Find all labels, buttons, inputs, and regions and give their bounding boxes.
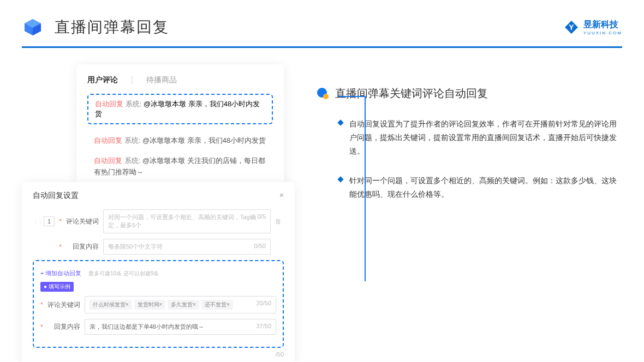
diamond-bullet-icon <box>337 119 343 125</box>
settings-card: 自动回复设置 × ⋮⋮ 1 * 评论关键词 对同一个问题，可设置多个相近、高频的… <box>22 182 295 362</box>
chat-bubble-icon <box>317 87 330 100</box>
required-star: * <box>59 243 62 251</box>
comment-item: 自动回复 系统: @冰墩墩本墩 亲亲，我们48小时内发货 <box>87 131 273 151</box>
add-reply-link[interactable]: + 增加自动回复 <box>40 270 81 276</box>
comments-card: 用户评论 | 待播商品 自动回复 系统: @冰墩墩本墩 亲亲，我们48小时内发货… <box>76 64 284 193</box>
keyword-chip: 什么时候发货× <box>90 300 132 310</box>
required-star: * <box>59 218 62 225</box>
content-input[interactable]: 每条限50个中文字符 0/50 <box>103 239 271 255</box>
tab-separator: | <box>131 75 133 85</box>
counter: 20/50 <box>256 300 271 310</box>
comment-text: @冰墩墩本墩 亲亲，我们48小时内发货 <box>142 136 266 144</box>
example-badge: ● 填写示例 <box>40 282 74 292</box>
svg-point-2 <box>323 94 329 99</box>
counter: 37/50 <box>256 323 271 331</box>
cube-icon <box>22 16 44 38</box>
svg-text:Y: Y <box>569 23 574 32</box>
logo-text: 昱新科技 <box>583 20 618 29</box>
system-label: 系统: <box>124 136 141 144</box>
highlighted-comment: 自动回复 系统: @冰墩墩本墩 亲亲，我们48小时内发货 <box>87 94 273 124</box>
ex-content-label: 回复内容 <box>47 322 80 331</box>
ex-keyword-label: 评论关键词 <box>47 300 80 310</box>
brand-logo: Y 昱新科技 YUUXIN.COM <box>564 19 622 35</box>
tab-products[interactable]: 待播商品 <box>146 75 177 85</box>
keyword-chip: 多久发货× <box>168 300 199 310</box>
required-star: * <box>40 301 43 309</box>
content-label: 回复内容 <box>66 242 99 251</box>
example-section: + 增加自动回复 最多可建10条 还可以创建9条 ● 填写示例 * 评论关键词 … <box>33 260 284 348</box>
section-title: 直播间弹幕关键词评论自动回复 <box>335 86 488 101</box>
system-label: 系统: <box>126 100 142 108</box>
tab-comments[interactable]: 用户评论 <box>87 75 118 85</box>
keyword-input[interactable]: 对同一个问题，可设置多个相近、高频的关键词，Tag确定，最多5个 0/5 <box>103 209 271 233</box>
auto-reply-tag: 自动回复 <box>94 156 122 165</box>
drag-handle-icon[interactable]: ⋮⋮ <box>33 219 39 225</box>
auto-reply-tag: 自动回复 <box>94 136 122 144</box>
bullet-text: 自动回复设置为了提升作者的评论回复效率，作者可在开播前针对常见的评论用户问题，提… <box>349 117 622 159</box>
keyword-chip: 还不发货× <box>201 300 233 310</box>
item-number: 1 <box>44 216 55 226</box>
counter: 0/5 <box>258 213 266 230</box>
page-title: 直播间弹幕回复 <box>55 17 169 38</box>
keyword-label: 评论关键词 <box>66 217 99 226</box>
header-divider <box>22 46 622 48</box>
close-icon[interactable]: × <box>279 191 284 201</box>
comment-item: 自动回复 系统: @冰墩墩本墩 关注我们的店铺，每日都有热门推荐呦～ <box>87 151 273 183</box>
keyword-chip: 发货时间× <box>134 300 166 310</box>
counter: 0/50 <box>254 243 266 251</box>
add-hint: 最多可建10条 还可以创建9条 <box>88 270 159 276</box>
ex-content-input: 亲，我们这边都是下单48小时内发货的哦～ 37/50 <box>85 319 276 335</box>
logo-subtext: YUUXIN.COM <box>583 31 622 35</box>
trash-icon[interactable]: 🗑 <box>275 218 284 225</box>
bullet-text: 针对同一个问题，可设置多个相近的、高频的关键词。例如：这款多少钱、这块能优惠吗、… <box>349 174 622 201</box>
settings-title: 自动回复设置 <box>33 191 79 201</box>
diamond-bullet-icon <box>337 176 343 182</box>
auto-reply-tag: 自动回复 <box>95 100 123 108</box>
outer-counter: /50 <box>33 351 284 358</box>
system-label: 系统: <box>124 156 141 165</box>
required-star: * <box>40 323 43 331</box>
ex-keyword-input: 什么时候发货× 发货时间× 多久发货× 还不发货× 20/50 <box>85 296 276 313</box>
